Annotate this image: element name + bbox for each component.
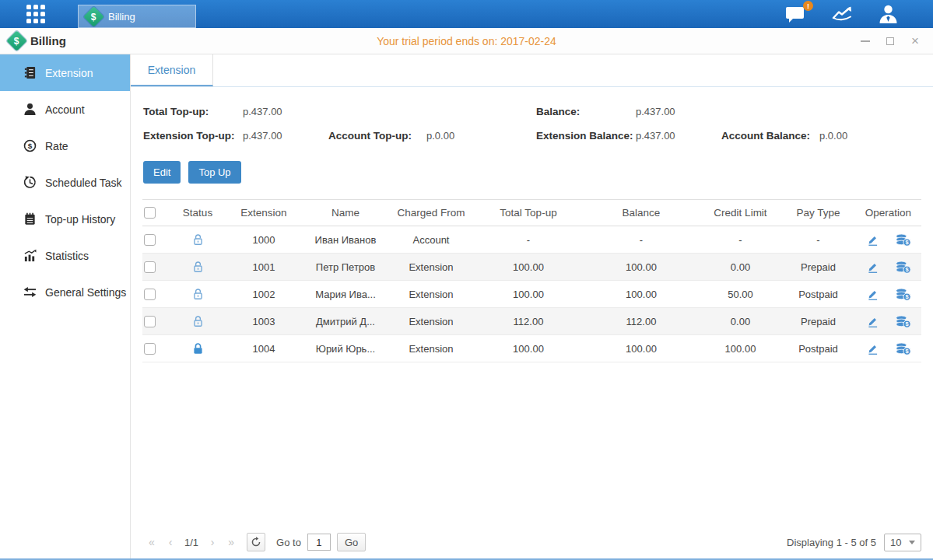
operation-cell: $ (855, 287, 921, 302)
tab-extension[interactable]: Extension (131, 54, 213, 86)
maximize-icon[interactable] (885, 36, 896, 47)
name-cell: Петр Петров (303, 261, 388, 273)
edit-icon[interactable] (866, 315, 879, 328)
sidebar-item-label: Rate (45, 140, 68, 152)
credit-limit-cell: - (700, 234, 781, 246)
sidebar-item-label: Scheduled Task (45, 177, 122, 189)
name-cell: Иван Иванов (303, 234, 388, 246)
page-indicator: 1/1 (184, 537, 198, 548)
close-icon[interactable]: × (910, 36, 921, 47)
page-size-select[interactable]: 10 (884, 534, 921, 551)
taskbar-tab-billing[interactable]: $ Billing (78, 5, 196, 28)
top-up-button[interactable]: Top Up (188, 161, 240, 184)
sidebar-item-extension[interactable]: Extension (0, 54, 130, 91)
lock-open-icon[interactable] (191, 314, 205, 328)
window-title-bar: $ Billing Your trial period ends on: 201… (0, 28, 933, 54)
extension-balance-value: p.437.00 (636, 130, 721, 142)
credit-limit-cell: 0.00 (700, 261, 781, 273)
charged-from-cell: Extension (388, 289, 474, 300)
dollar-circle-icon: $ (23, 139, 37, 152)
credit-limit-cell: 100.00 (700, 343, 781, 355)
extension-cell: 1001 (225, 261, 303, 273)
charged-from-cell: Extension (388, 343, 474, 355)
lock-open-icon[interactable] (191, 260, 205, 274)
extension-balance-label: Extension Balance: (536, 130, 636, 142)
balance-cell: 100.00 (583, 261, 700, 273)
reports-chart-icon[interactable] (831, 5, 854, 23)
first-page-icon[interactable]: « (142, 533, 161, 551)
next-page-icon[interactable]: › (203, 533, 222, 551)
charged-from-cell: Extension (388, 261, 474, 273)
notifications-chat-icon[interactable]: ! (785, 5, 808, 23)
col-total-topup: Total Top-up (474, 207, 583, 219)
lock-open-icon[interactable] (191, 233, 205, 247)
sidebar-item-top-up-history[interactable]: Top-up History (0, 201, 130, 237)
col-extension: Extension (225, 207, 303, 219)
goto-page-input[interactable] (307, 534, 331, 551)
edit-icon[interactable] (866, 233, 879, 247)
table-body: 1000Иван ИвановAccount----$1001Петр Петр… (142, 226, 921, 362)
name-cell: Дмитрий Д... (303, 316, 388, 327)
balance-value: p.437.00 (636, 106, 721, 117)
edit-icon[interactable] (866, 261, 879, 274)
lock-closed-icon[interactable] (191, 341, 205, 355)
account-balance-label: Account Balance: (721, 130, 819, 142)
topup-coins-icon[interactable]: $ (895, 314, 911, 329)
row-checkbox[interactable] (144, 234, 156, 246)
sidebar-item-rate[interactable]: $Rate (0, 128, 130, 164)
table-header-row: Status Extension Name Charged From Total… (142, 199, 921, 226)
pagination-bar: « ‹ 1/1 › » Go to Go Displaying 1 - 5 of… (142, 531, 921, 553)
edit-icon[interactable] (866, 342, 879, 355)
go-button[interactable]: Go (337, 533, 366, 551)
credit-limit-cell: 0.00 (700, 316, 781, 327)
sidebar-item-scheduled-task[interactable]: Scheduled Task (0, 164, 130, 201)
balance-cell: 100.00 (583, 343, 700, 355)
row-checkbox[interactable] (144, 343, 156, 355)
tab-bar: Extension (131, 54, 933, 87)
table-row-extension-1004: 1004Юрий Юрь...Extension100.00100.00100.… (142, 335, 921, 362)
name-cell: Юрий Юрь... (303, 343, 388, 355)
total-topup-cell: 112.00 (474, 316, 583, 327)
sidebar-item-general-settings[interactable]: General Settings (0, 274, 130, 310)
extension-topup-label: Extension Top-up: (143, 130, 243, 142)
col-status: Status (170, 207, 225, 219)
displaying-text: Displaying 1 - 5 of 5 (787, 537, 876, 548)
row-checkbox[interactable] (144, 316, 156, 327)
edit-icon[interactable] (866, 288, 879, 301)
balance-cell: 100.00 (583, 289, 700, 300)
lock-open-icon[interactable] (191, 287, 205, 301)
row-checkbox[interactable] (144, 261, 156, 273)
stats-icon (23, 249, 37, 262)
topup-coins-icon[interactable]: $ (895, 287, 911, 302)
row-checkbox[interactable] (144, 289, 156, 300)
apps-grid-icon[interactable] (26, 5, 45, 23)
sidebar-item-label: Statistics (45, 250, 89, 262)
topup-coins-icon[interactable]: $ (895, 233, 911, 247)
billing-app-icon: $ (83, 6, 104, 27)
last-page-icon[interactable]: » (222, 533, 240, 551)
minimize-icon[interactable] (860, 36, 871, 47)
sidebar-item-statistics[interactable]: Statistics (0, 237, 130, 274)
topup-coins-icon[interactable]: $ (895, 341, 911, 356)
name-cell: Мария Ива... (303, 289, 388, 300)
balance-cell: 112.00 (583, 316, 700, 327)
edit-button[interactable]: Edit (143, 161, 181, 184)
col-pay-type: Pay Type (781, 207, 855, 219)
extension-cell: 1000 (225, 234, 303, 246)
select-all-checkbox[interactable] (144, 207, 156, 219)
user-account-icon[interactable] (878, 4, 899, 24)
col-name: Name (303, 207, 388, 219)
table-row-extension-1000: 1000Иван ИвановAccount----$ (142, 226, 921, 254)
sidebar-item-label: Account (45, 103, 85, 116)
refresh-icon[interactable] (247, 533, 265, 551)
window-title: Billing (30, 34, 66, 47)
operation-cell: $ (855, 341, 921, 356)
pay-type-cell: Prepaid (781, 316, 855, 327)
total-topup-value: p.437.00 (243, 106, 328, 117)
sidebar-item-account[interactable]: Account (0, 91, 130, 128)
table-row-extension-1002: 1002Мария Ива...Extension100.00100.0050.… (142, 281, 921, 308)
topup-coins-icon[interactable]: $ (895, 260, 911, 275)
balance-cell: - (583, 234, 700, 246)
prev-page-icon[interactable]: ‹ (161, 533, 180, 551)
ledger-icon (23, 66, 37, 79)
